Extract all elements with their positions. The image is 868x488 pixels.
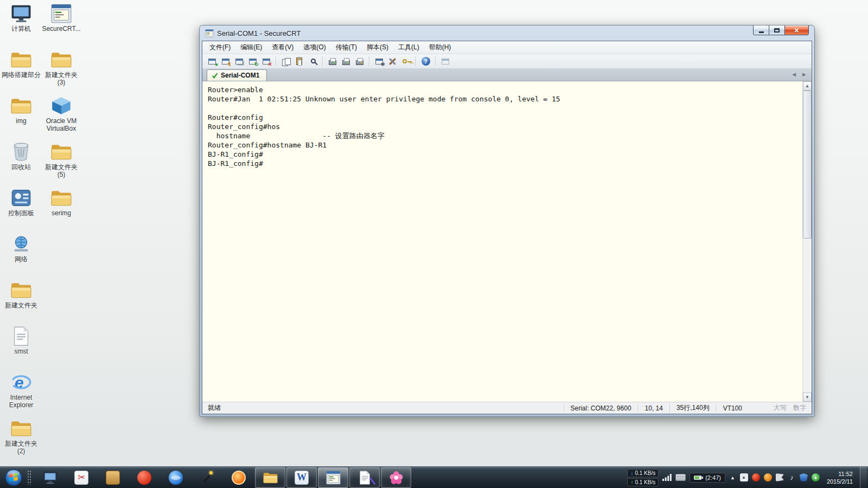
taskbar-remote-desktop[interactable] [35,467,65,488]
menu-help[interactable]: 帮助(H) [424,41,456,54]
taskbar-journal[interactable] [349,467,380,488]
help-icon[interactable] [419,55,432,67]
status-cursor-position: 10, 14 [638,404,669,412]
window-controls: × [753,25,809,35]
desktop-icon-label: smst [14,348,28,355]
menu-script[interactable]: 脚本(S) [362,41,393,54]
recycle-bin-icon [10,142,32,162]
desktop-icon-network[interactable]: 网络 [1,234,41,280]
connect-in-tab-icon[interactable] [233,55,245,67]
find-icon[interactable] [307,55,319,67]
network-signal-icon[interactable] [662,474,672,481]
computer-icon [10,3,32,24]
print-setup-icon[interactable] [353,55,366,67]
tray-expand-icon[interactable]: ▲ [729,475,736,480]
disconnect-icon[interactable]: ✕ [260,55,272,67]
reconnect-icon[interactable]: ↻ [246,55,259,67]
desktop-icon-folder-img[interactable]: img [1,95,41,142]
maximize-button[interactable] [769,25,784,35]
desktop-icon-label: 网络 [15,255,28,263]
scroll-up-icon[interactable]: ▲ [803,81,812,91]
scrollbar-thumb[interactable] [803,91,812,239]
print-preview-icon[interactable] [326,55,339,67]
start-button[interactable] [3,467,24,488]
desktop-icon-folder-new-5[interactable]: 新建文件夹 (5) [41,142,81,188]
desktop-icon-internet-explorer[interactable]: Internet Explorer [1,372,41,418]
tab-serial-com1[interactable]: Serial-COM1 [207,69,267,81]
desktop-icon-label: 新建文件夹 (3) [41,71,81,86]
taskbar-media-app[interactable] [224,467,254,488]
volume-icon[interactable]: ♪ [788,473,796,481]
desktop-icon-label: SecureCRT... [42,25,80,33]
menu-transfer[interactable]: 传输(T) [331,41,362,54]
taskbar-pin-tool[interactable] [192,467,222,488]
show-desktop-button[interactable] [860,467,867,488]
minimize-button[interactable] [753,25,769,35]
taskbar-word[interactable]: W [286,467,317,488]
desktop-icon-folder-serimg[interactable]: serimg [41,188,81,234]
desktop-icon-recycle-bin[interactable]: 回收站 [1,142,41,188]
taskbar-windows-explorer[interactable] [255,467,285,488]
menu-view[interactable]: 查看(V) [267,41,298,54]
security-shield-icon[interactable] [800,473,808,481]
desktop-icon-folder-new[interactable]: 新建文件夹 [1,280,41,326]
download-arrow-icon: ↓ [630,470,633,476]
battery-indicator[interactable]: (2:47) [690,473,725,483]
updater-tray-icon[interactable] [764,473,772,481]
desktop-icon-virtualbox[interactable]: Oracle VM VirtualBox [41,95,81,142]
remote-desktop-icon [43,471,58,485]
safety-plus-icon[interactable]: + [812,473,820,481]
close-button[interactable]: × [784,25,809,35]
network-speed-monitor[interactable]: ↓ 0.1 KB/s ↑ 0.1 KB/s [627,469,659,486]
desktop-icon-smst-file[interactable]: smst [1,326,41,372]
utility-app-icon [106,471,120,485]
taskbar-browser[interactable] [161,467,191,488]
keyboard-layout-icon[interactable] [675,474,686,481]
tab-scroll-right-icon[interactable]: ► [801,71,807,78]
terminal-screen[interactable]: Router>enable Router#Jan 1 02:51:25 Unkn… [202,81,802,402]
connect-icon[interactable]: ● [206,55,218,67]
explorer-folder-icon [263,471,278,485]
menu-tools[interactable]: 工具(L) [393,41,424,54]
menu-file[interactable]: 文件(F) [205,41,235,54]
tab-scroll-left-icon[interactable]: ◄ [791,71,797,78]
paste-icon[interactable] [293,55,305,67]
taskbar-opera-browser[interactable] [129,467,159,488]
desktop-icon-securecrt-shortcut[interactable]: SecureCRT... [41,3,81,49]
quick-connect-icon[interactable]: ↯ [219,55,232,67]
desktop-icon-computer[interactable]: 计算机 [1,3,41,49]
antivirus-tray-icon[interactable] [752,473,760,481]
session-options-icon[interactable]: ✱ [373,55,385,67]
copy-icon[interactable] [279,55,292,67]
taskbar-snipping-tool[interactable]: ✂ [66,467,97,488]
taskbar-utility-app[interactable] [98,467,128,488]
print-icon[interactable] [340,55,352,67]
menu-options[interactable]: 选项(O) [298,41,330,54]
status-caps-lock: 大写 [774,403,787,413]
keymap-editor-icon[interactable] [400,55,412,67]
desktop-icon-folder-new-3[interactable]: 新建文件夹 (3) [41,49,81,95]
desktop-icon-label: 新建文件夹 (5) [41,163,81,178]
desktop-icon-folder-network-setup[interactable]: 网络搭建部分 [1,49,41,95]
upload-speed: ↑ 0.1 KB/s [627,478,659,486]
action-center-flag-icon[interactable] [776,473,784,481]
window-body: 文件(F) 编辑(E) 查看(V) 选项(O) 传输(T) 脚本(S) 工具(L… [202,41,812,414]
taskbar-securecrt[interactable] [318,467,348,488]
desktop-icon-control-panel[interactable]: 控制面板 [1,188,41,234]
network-icon [10,234,32,254]
menu-edit[interactable]: 编辑(E) [235,41,267,54]
window-titlebar[interactable]: Serial-COM1 - SecureCRT × [200,25,814,41]
lock-tray-icon[interactable] [740,473,748,481]
taskbar-grip[interactable] [27,470,32,485]
toolbar-separator [276,56,276,66]
vertical-scrollbar[interactable]: ▲ ▼ [802,81,812,402]
taskbar-photo-app[interactable] [381,467,411,488]
tab-scroll-buttons: ◄ ► [791,71,807,78]
global-options-icon[interactable] [386,55,399,67]
desktop-icon-folder-new-2[interactable]: 新建文件夹 (2) [1,418,41,464]
connected-check-icon [212,73,218,79]
scrollbar-track[interactable] [803,91,812,393]
launch-bar-icon[interactable] [439,55,451,67]
scroll-down-icon[interactable]: ▼ [803,393,812,402]
taskbar-clock[interactable]: 11:52 2015/2/11 [824,470,856,485]
